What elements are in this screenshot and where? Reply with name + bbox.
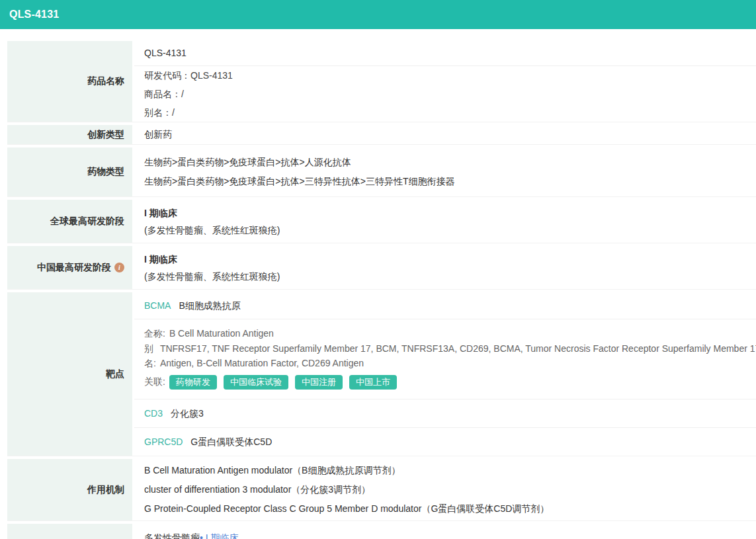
trade-name-label: 商品名： <box>144 89 181 99</box>
alias-label: 别名： <box>144 107 172 118</box>
indication-name: 多发性骨髓瘤 <box>144 532 200 539</box>
target-alias-value: TNFRSF17, TNF Receptor Superfamily Membe… <box>160 341 756 370</box>
drug-type-value: 生物药>蛋白类药物>免疫球蛋白>抗体>人源化抗体 生物药>蛋白类药物>免疫球蛋白… <box>132 147 756 196</box>
innovation-type-text: 创新药 <box>144 125 172 144</box>
target-link-bcma[interactable]: BCMA <box>144 300 171 311</box>
target-name-bcma: B细胞成熟抗原 <box>179 300 240 311</box>
trade-name-value: / <box>181 89 184 99</box>
dev-code-value: QLS-4131 <box>190 70 233 81</box>
related-tag-china-marketed[interactable]: 中国上市 <box>349 375 397 390</box>
page-header-bar: QLS-4131 <box>0 0 756 29</box>
info-icon[interactable]: i <box>114 263 124 272</box>
target-item-bcma: BCMAB细胞成熟抗原 <box>144 292 756 319</box>
target-link-gprc5d[interactable]: GPRC5D <box>144 436 183 447</box>
indication-line: 多发性骨髓瘤• I 期临床 <box>144 528 756 539</box>
dev-code-line: 研发代码：QLS-4131 <box>144 66 756 85</box>
trade-name-line: 商品名：/ <box>144 85 756 103</box>
active-indications-label: active适应症 <box>7 524 132 539</box>
china-stage-phase: I 期临床 <box>144 252 756 267</box>
target-alias-line: 别名: TNFRSF17, TNF Receptor Superfamily M… <box>144 341 756 370</box>
row-mechanism: 作用机制 B Cell Maturation Antigen modulator… <box>7 459 756 521</box>
indication-stage-text: I 期临床 <box>206 532 239 539</box>
mechanism-label: 作用机制 <box>7 459 132 520</box>
row-china-stage: 中国最高研发阶段 i I 期临床 (多发性骨髓瘤、系统性红斑狼疮) <box>7 246 756 290</box>
row-targets: 靶点 BCMAB细胞成熟抗原 全称:B Cell Maturation Anti… <box>7 292 756 456</box>
drug-type-line: 生物药>蛋白类药物>免疫球蛋白>抗体>人源化抗体 <box>144 153 756 172</box>
innovation-type-label: 创新类型 <box>7 125 132 144</box>
global-stage-label: 全球最高研发阶段 <box>7 200 132 243</box>
targets-label: 靶点 <box>7 292 132 456</box>
row-active-indications: active适应症 多发性骨髓瘤• I 期临床 系统性红斑狼疮• I 期临床 <box>7 524 756 539</box>
mechanism-value: B Cell Maturation Antigen modulator（B细胞成… <box>132 459 756 520</box>
drug-detail-table: 药品名称 QLS-4131 研发代码：QLS-4131 商品名：/ 别名：/ 创… <box>7 41 756 539</box>
targets-value: BCMAB细胞成熟抗原 全称:B Cell Maturation Antigen… <box>132 292 756 456</box>
related-tag-china-clinical-trials[interactable]: 中国临床试验 <box>224 375 288 390</box>
alias-value: / <box>172 107 175 118</box>
row-innovation-type: 创新类型 创新药 <box>7 125 756 145</box>
target-name-cd3: 分化簇3 <box>171 408 204 419</box>
innovation-type-value: 创新药 <box>132 125 756 144</box>
related-tag-china-registration[interactable]: 中国注册 <box>295 375 343 390</box>
row-drug-name: 药品名称 QLS-4131 研发代码：QLS-4131 商品名：/ 别名：/ <box>7 41 756 122</box>
china-stage-label-text: 中国最高研发阶段 <box>37 262 111 274</box>
mechanism-line: B Cell Maturation Antigen modulator（B细胞成… <box>144 461 756 480</box>
target-related-line: 关联: 药物研发 中国临床试验 中国注册 中国上市 <box>144 375 756 390</box>
china-stage-value: I 期临床 (多发性骨髓瘤、系统性红斑狼疮) <box>132 246 756 289</box>
china-stage-label: 中国最高研发阶段 i <box>7 246 132 289</box>
drug-name-value: QLS-4131 研发代码：QLS-4131 商品名：/ 别名：/ <box>132 41 756 122</box>
drug-primary-name: QLS-4131 <box>144 41 756 65</box>
related-tag-drug-rd[interactable]: 药物研发 <box>169 375 217 390</box>
dev-code-label: 研发代码： <box>144 70 190 81</box>
indication-stage-link[interactable]: • I 期临床 <box>200 532 239 539</box>
china-stage-scope: (多发性骨髓瘤、系统性红斑狼疮) <box>144 269 756 284</box>
fullname-value: B Cell Maturation Antigen <box>169 328 274 339</box>
target-fullname-line: 全称:B Cell Maturation Antigen <box>144 325 756 341</box>
target-link-cd3[interactable]: CD3 <box>144 408 163 419</box>
related-label: 关联: <box>144 376 165 388</box>
row-global-stage: 全球最高研发阶段 I 期临床 (多发性骨髓瘤、系统性红斑狼疮) <box>7 200 756 243</box>
target-name-gprc5d: G蛋白偶联受体C5D <box>190 436 272 447</box>
target-alias-label: 别名: <box>144 341 156 370</box>
target-item-gprc5d: GPRC5DG蛋白偶联受体C5D <box>144 428 756 456</box>
global-stage-value: I 期临床 (多发性骨髓瘤、系统性红斑狼疮) <box>132 200 756 243</box>
page-title: QLS-4131 <box>9 9 59 21</box>
target-bcma-detail: 全称:B Cell Maturation Antigen 别名: TNFRSF1… <box>144 319 756 399</box>
global-stage-phase: I 期临床 <box>144 206 756 220</box>
fullname-label: 全称: <box>144 328 165 339</box>
active-indications-value: 多发性骨髓瘤• I 期临床 系统性红斑狼疮• I 期临床 <box>132 524 756 539</box>
alias-line: 别名：/ <box>144 103 756 122</box>
target-item-cd3: CD3分化簇3 <box>144 399 756 427</box>
mechanism-line: cluster of differentiation 3 modulator（分… <box>144 480 756 499</box>
mechanism-line: G Protein-Coupled Receptor Class C Group… <box>144 499 756 518</box>
drug-name-label: 药品名称 <box>7 41 132 122</box>
row-drug-type: 药物类型 生物药>蛋白类药物>免疫球蛋白>抗体>人源化抗体 生物药>蛋白类药物>… <box>7 147 756 197</box>
global-stage-scope: (多发性骨髓瘤、系统性红斑狼疮) <box>144 223 756 237</box>
bullet-icon: • <box>200 532 203 539</box>
drug-type-line: 生物药>蛋白类药物>免疫球蛋白>抗体>三特异性抗体>三特异性T细胞衔接器 <box>144 172 756 191</box>
drug-type-label: 药物类型 <box>7 147 132 196</box>
